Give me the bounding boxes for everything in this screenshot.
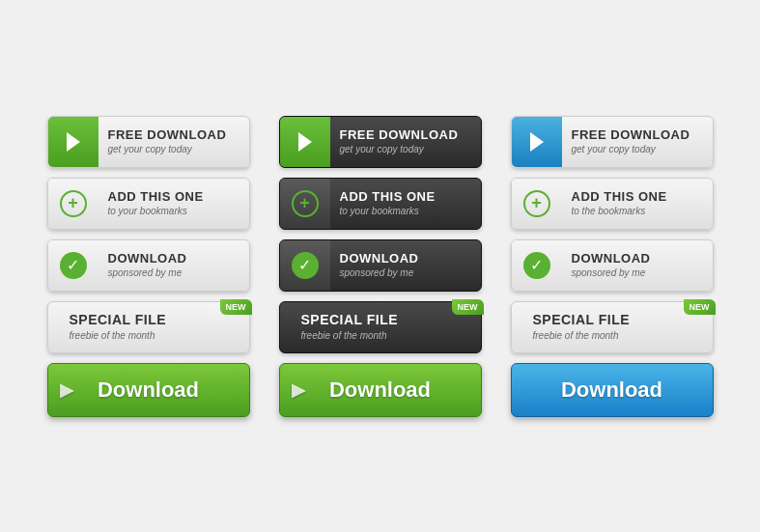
btn-subtitle: get your copy today xyxy=(572,144,703,155)
download-green-btn-1[interactable]: ▶ Download xyxy=(47,363,250,417)
add-this-lb-btn[interactable]: + ADD THIS ONE to the bookmarks xyxy=(511,178,714,230)
column-light-blue: FREE DOWNLOAD get your copy today + ADD … xyxy=(511,116,714,417)
btn-title: DOWNLOAD xyxy=(108,251,239,266)
special-file-light-btn[interactable]: SPECIAL FILE freebie of the month NEW xyxy=(47,301,250,353)
arrow-shape-icon xyxy=(298,132,312,152)
btn-title: FREE DOWNLOAD xyxy=(108,127,239,143)
btn-title: ADD THIS ONE xyxy=(572,189,703,205)
btn-text-area: ADD THIS ONE to the bookmarks xyxy=(562,179,713,229)
btn-title: DOWNLOAD xyxy=(340,251,471,266)
column-dark: FREE DOWNLOAD get your copy today + ADD … xyxy=(279,116,482,417)
plus-circle-icon: + xyxy=(292,190,319,217)
special-file-dark-btn[interactable]: SPECIAL FILE freebie of the month NEW xyxy=(279,301,482,353)
btn-text-area: FREE DOWNLOAD get your copy today xyxy=(99,117,249,167)
btn-text-area: DOWNLOAD sponsored by me xyxy=(330,240,481,291)
free-download-dark-btn[interactable]: FREE DOWNLOAD get your copy today xyxy=(279,116,482,168)
dl-label: Download xyxy=(329,378,431,403)
btn-subtitle: sponsored by me xyxy=(340,267,471,279)
add-this-dark-btn[interactable]: + ADD THIS ONE to your bookmarks xyxy=(279,178,482,230)
special-subtitle: freebie of the month xyxy=(533,330,691,342)
special-text: SPECIAL FILE freebie of the month xyxy=(60,306,238,348)
btn-subtitle: to the bookmarks xyxy=(572,206,703,217)
check-icon: ✓ xyxy=(48,240,99,291)
free-download-lb-btn[interactable]: FREE DOWNLOAD get your copy today xyxy=(511,116,714,168)
arrow-shape-icon xyxy=(67,132,80,152)
plus-circle-icon: + xyxy=(523,190,550,217)
arrow-icon xyxy=(280,117,330,167)
btn-text-area: FREE DOWNLOAD get your copy today xyxy=(330,117,481,167)
special-subtitle: freebie of the month xyxy=(70,330,228,342)
free-download-light-btn[interactable]: FREE DOWNLOAD get your copy today xyxy=(47,116,250,168)
download-green-btn-2[interactable]: ▶ Download xyxy=(279,363,482,417)
btn-text-area: ADD THIS ONE to your bookmarks xyxy=(330,179,481,229)
add-this-light-btn[interactable]: + ADD THIS ONE to your bookmarks xyxy=(47,178,250,230)
download-check-light-btn[interactable]: ✓ DOWNLOAD sponsored by me xyxy=(47,239,250,292)
plus-icon: + xyxy=(48,179,99,229)
download-blue-btn[interactable]: Download xyxy=(511,363,714,417)
btn-subtitle: to your bookmarks xyxy=(108,206,239,217)
plus-icon: + xyxy=(512,179,562,229)
btn-text-area: ADD THIS ONE to your bookmarks xyxy=(99,179,249,229)
btn-subtitle: get your copy today xyxy=(108,144,239,155)
arrow-blue-icon xyxy=(512,117,562,167)
special-file-lb-btn[interactable]: SPECIAL FILE freebie of the month NEW xyxy=(511,301,714,353)
plus-icon: + xyxy=(280,179,330,229)
button-showcase: FREE DOWNLOAD get your copy today + ADD … xyxy=(28,97,733,436)
check-icon: ✓ xyxy=(512,240,562,291)
special-subtitle: freebie of the month xyxy=(301,330,460,342)
btn-title: FREE DOWNLOAD xyxy=(572,127,703,143)
arrow-shape-icon xyxy=(530,132,544,152)
dl-arrow-icon: ▶ xyxy=(60,379,73,401)
dl-arrow-icon: ▶ xyxy=(292,379,305,401)
special-text: SPECIAL FILE freebie of the month xyxy=(523,306,701,348)
btn-title: DOWNLOAD xyxy=(572,251,703,266)
new-badge: NEW xyxy=(684,299,716,315)
btn-subtitle: sponsored by me xyxy=(572,267,703,279)
special-text: SPECIAL FILE freebie of the month xyxy=(292,306,469,348)
btn-title: FREE DOWNLOAD xyxy=(340,127,471,143)
btn-text-area: FREE DOWNLOAD get your copy today xyxy=(562,117,713,167)
column-light: FREE DOWNLOAD get your copy today + ADD … xyxy=(47,116,250,417)
new-badge: NEW xyxy=(220,299,252,315)
btn-subtitle: get your copy today xyxy=(340,144,471,155)
dl-label: Download xyxy=(98,378,199,403)
special-title: SPECIAL FILE xyxy=(301,312,460,328)
check-circle-icon: ✓ xyxy=(60,252,87,279)
check-circle-icon: ✓ xyxy=(292,252,319,279)
btn-text-area: DOWNLOAD sponsored by me xyxy=(562,240,713,291)
dl-label: Download xyxy=(561,378,662,403)
plus-circle-icon: + xyxy=(60,190,87,217)
special-title: SPECIAL FILE xyxy=(533,312,691,328)
btn-subtitle: sponsored by me xyxy=(108,267,239,279)
special-title: SPECIAL FILE xyxy=(70,312,228,328)
new-badge: NEW xyxy=(452,299,484,315)
arrow-icon xyxy=(48,117,99,167)
btn-title: ADD THIS ONE xyxy=(108,189,239,205)
btn-subtitle: to your bookmarks xyxy=(340,206,471,217)
check-icon: ✓ xyxy=(280,240,330,291)
btn-title: ADD THIS ONE xyxy=(340,189,471,205)
check-circle-icon: ✓ xyxy=(523,252,550,279)
download-check-lb-btn[interactable]: ✓ DOWNLOAD sponsored by me xyxy=(511,239,714,292)
download-check-dark-btn[interactable]: ✓ DOWNLOAD sponsored by me xyxy=(279,239,482,292)
btn-text-area: DOWNLOAD sponsored by me xyxy=(99,240,249,291)
